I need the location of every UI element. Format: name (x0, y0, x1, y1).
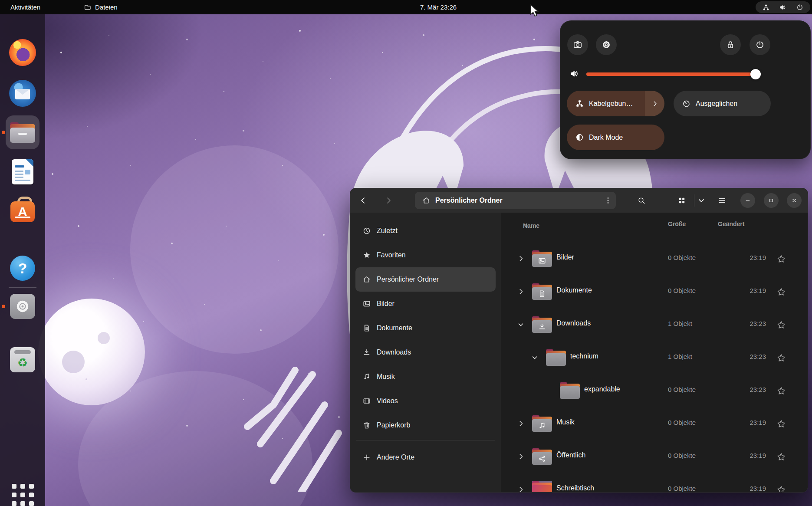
sidebar-item-clock[interactable]: Zuletzt (355, 219, 496, 243)
file-modified: 23:19 (727, 287, 766, 294)
app-grid-icon (12, 484, 34, 506)
file-list-pane: Name Größe Geändert Bilder0 Objekte23:19… (501, 213, 808, 492)
column-header-modified[interactable]: Geändert (718, 220, 744, 227)
collapse-chevron-icon[interactable] (531, 354, 539, 361)
column-header-size[interactable]: Größe (668, 220, 686, 227)
app-menu-label: Dateien (95, 3, 118, 11)
clock-icon (362, 227, 371, 235)
favorite-star-icon[interactable] (776, 353, 786, 363)
favorite-star-icon[interactable] (776, 419, 786, 429)
top-bar: Aktivitäten Dateien 7. Mär 23:26 (0, 0, 812, 14)
favorite-star-icon[interactable] (776, 485, 786, 493)
music-icon (362, 372, 371, 381)
running-indicator (2, 131, 5, 134)
sidebar-item-download[interactable]: Downloads (355, 340, 496, 365)
dock-item-app-grid[interactable] (6, 478, 39, 506)
sidebar-item-other-locations[interactable]: Andere Orte (355, 445, 496, 470)
folder-icon (560, 382, 580, 399)
dock-item-ubuntu-software[interactable]: A (6, 193, 39, 227)
sidebar-item-home[interactable]: Persönlicher Ordner (355, 267, 496, 292)
dock-item-settings[interactable] (6, 289, 39, 323)
power-button[interactable] (750, 34, 770, 55)
clock-button[interactable]: 7. Mär 23:26 (382, 0, 495, 14)
trash-icon: ♻ (10, 347, 35, 372)
sidebar-item-music[interactable]: Musik (355, 365, 496, 389)
kebab-menu-icon[interactable] (604, 196, 612, 205)
sidebar-item-video[interactable]: Videos (355, 389, 496, 413)
folder-icon (532, 283, 552, 300)
file-row[interactable]: technium1 Objekt23:23 (501, 341, 808, 374)
dock-item-firefox[interactable] (6, 36, 39, 69)
dark-mode-toggle-button[interactable]: Dark Mode (567, 125, 664, 150)
file-size: 0 Objekte (668, 485, 696, 492)
file-name: technium (570, 352, 598, 360)
sidebar-item-label: Papierkorb (377, 421, 410, 429)
collapse-chevron-icon[interactable] (517, 321, 525, 329)
dock-item-libreoffice-writer[interactable] (6, 155, 39, 189)
file-modified: 23:23 (727, 386, 766, 393)
file-size: 0 Objekte (668, 419, 696, 426)
app-menu-button[interactable]: Dateien (79, 0, 122, 14)
dock-item-thunderbird[interactable] (6, 76, 39, 110)
expand-chevron-icon[interactable] (517, 486, 525, 493)
dock-separator (9, 287, 36, 288)
power-icon (796, 3, 804, 11)
screenshot-icon (572, 39, 583, 50)
file-name: Bilder (556, 253, 574, 261)
network-toggle-button[interactable]: Kabelgebun… (567, 91, 645, 116)
expand-chevron-icon[interactable] (517, 255, 525, 263)
file-size: 1 Objekt (668, 353, 692, 360)
favorite-star-icon[interactable] (776, 254, 786, 264)
close-button[interactable] (787, 193, 802, 208)
network-toggle: Kabelgebun… (567, 91, 664, 116)
path-bar[interactable]: Persönlicher Ordner (415, 192, 616, 209)
sidebar-item-document[interactable]: Dokumente (355, 316, 496, 340)
file-row[interactable]: Öffentlich0 Objekte23:19 (501, 440, 808, 473)
back-button[interactable] (355, 193, 371, 208)
activities-button[interactable]: Aktivitäten (6, 0, 45, 14)
sidebar-item-star[interactable]: Favoriten (355, 243, 496, 267)
search-button[interactable] (634, 193, 649, 208)
expand-chevron-icon[interactable] (517, 288, 525, 296)
minimize-button[interactable] (740, 193, 755, 208)
lock-icon (725, 39, 736, 50)
power-profile-label: Ausgeglichen (696, 100, 737, 108)
volume-slider-handle[interactable] (750, 69, 761, 79)
volume-slider[interactable] (586, 72, 759, 76)
dock: A?♻ (0, 14, 45, 506)
lock-button[interactable] (720, 34, 741, 55)
view-options-chevron[interactable] (695, 193, 707, 208)
dock-item-help[interactable]: ? (6, 251, 39, 285)
dock-item-trash[interactable]: ♻ (6, 343, 39, 377)
file-row[interactable]: Musik0 Objekte23:19 (501, 407, 808, 440)
settings-icon (10, 294, 35, 319)
sidebar-item-image[interactable]: Bilder (355, 292, 496, 316)
sidebar-item-label: Favoriten (377, 251, 406, 259)
forward-button[interactable] (381, 193, 396, 208)
favorite-star-icon[interactable] (776, 386, 786, 396)
file-row[interactable]: Schreibtisch0 Objekte23:19 (501, 473, 808, 493)
settings-button[interactable] (596, 34, 617, 55)
network-icon (575, 99, 584, 108)
file-row[interactable]: Downloads1 Objekt23:23 (501, 308, 808, 341)
sidebar-item-trash[interactable]: Papierkorb (355, 413, 496, 437)
favorite-star-icon[interactable] (776, 452, 786, 462)
hamburger-menu-button[interactable] (714, 193, 730, 208)
grid-view-button[interactable] (674, 193, 690, 208)
expand-chevron-icon[interactable] (517, 420, 525, 427)
system-tray-button[interactable] (756, 1, 810, 13)
file-row[interactable]: Dokumente0 Objekte23:19 (501, 275, 808, 308)
sidebar-item-label: Zuletzt (377, 227, 398, 235)
favorite-star-icon[interactable] (776, 320, 786, 330)
network-submenu-arrow[interactable] (645, 91, 664, 116)
file-row[interactable]: expandable0 Objekte23:23 (501, 374, 808, 407)
power-profile-icon (682, 99, 691, 108)
screenshot-button[interactable] (567, 34, 588, 55)
maximize-button[interactable] (764, 193, 779, 208)
favorite-star-icon[interactable] (776, 287, 786, 297)
expand-chevron-icon[interactable] (517, 453, 525, 460)
file-row[interactable]: Bilder0 Objekte23:19 (501, 242, 808, 275)
power-profile-toggle-button[interactable]: Ausgeglichen (674, 91, 771, 116)
file-size: 1 Objekt (668, 320, 692, 327)
dock-item-files[interactable] (6, 115, 39, 149)
